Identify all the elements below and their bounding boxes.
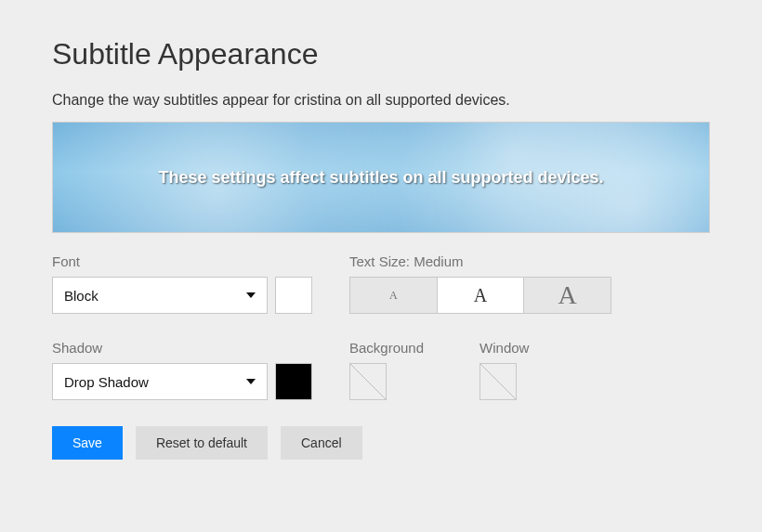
shadow-select-value: Drop Shadow bbox=[64, 374, 149, 390]
background-color-swatch[interactable] bbox=[349, 363, 387, 400]
window-color-swatch[interactable] bbox=[480, 363, 517, 400]
text-size-toggle: A A A bbox=[349, 277, 611, 314]
text-size-large[interactable]: A bbox=[523, 278, 611, 313]
font-select[interactable]: Block bbox=[52, 277, 268, 314]
shadow-select[interactable]: Drop Shadow bbox=[52, 363, 268, 400]
font-label: Font bbox=[52, 253, 312, 269]
shadow-label: Shadow bbox=[52, 340, 312, 356]
text-size-small[interactable]: A bbox=[350, 278, 437, 313]
page-description: Change the way subtitles appear for cris… bbox=[52, 92, 710, 109]
cancel-button[interactable]: Cancel bbox=[281, 426, 362, 460]
font-select-value: Block bbox=[64, 288, 99, 304]
text-size-medium[interactable]: A bbox=[437, 278, 524, 313]
subtitle-preview-text: These settings affect subtitles on all s… bbox=[158, 168, 603, 188]
font-color-swatch[interactable] bbox=[275, 277, 312, 314]
settings-panel: Subtitle Appearance Change the way subti… bbox=[0, 0, 762, 487]
chevron-down-icon bbox=[246, 292, 256, 298]
window-label: Window bbox=[480, 340, 529, 356]
subtitle-preview: These settings affect subtitles on all s… bbox=[52, 122, 710, 233]
background-label: Background bbox=[349, 340, 424, 356]
chevron-down-icon bbox=[246, 379, 256, 384]
reset-button[interactable]: Reset to default bbox=[136, 426, 268, 460]
shadow-color-swatch[interactable] bbox=[275, 363, 312, 400]
text-size-label: Text Size: Medium bbox=[349, 253, 611, 269]
page-title: Subtitle Appearance bbox=[52, 37, 710, 71]
save-button[interactable]: Save bbox=[52, 426, 123, 460]
